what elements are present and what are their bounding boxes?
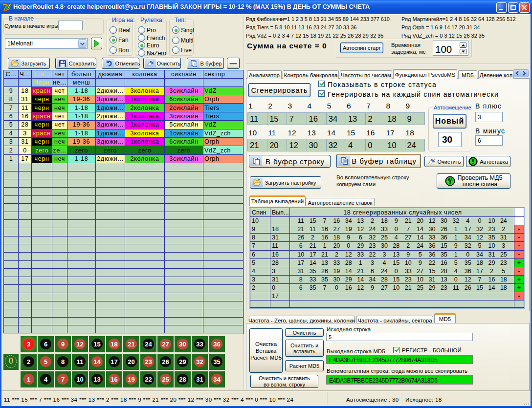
- svg-text:5: 5: [449, 181, 451, 184]
